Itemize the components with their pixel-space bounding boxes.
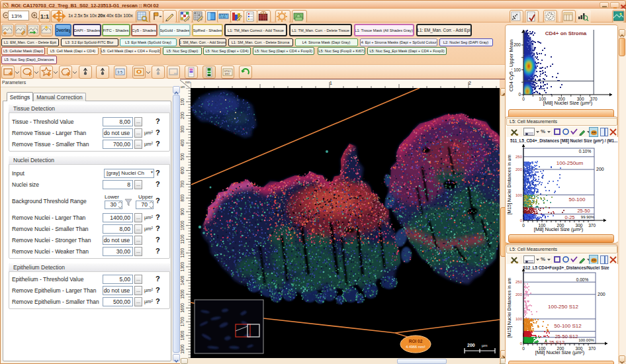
svg-text:100: 100 xyxy=(180,98,185,105)
svg-text:370: 370 xyxy=(588,346,596,351)
svg-text:900: 900 xyxy=(180,208,185,215)
svg-text:511_L5_CD4+_Distances [M8] Nuc: 511_L5_CD4+_Distances [M8] Nuclei Size (… xyxy=(510,138,618,144)
svg-text:1: 1 xyxy=(330,81,332,85)
svg-text:200: 200 xyxy=(598,292,605,296)
svg-text:0.10%: 0.10% xyxy=(579,149,592,154)
svg-text:µm: µm xyxy=(482,343,487,347)
svg-text:0: 0 xyxy=(520,341,523,345)
svg-text:1400: 1400 xyxy=(180,275,185,285)
svg-text:250: 250 xyxy=(515,155,523,159)
svg-text:500: 500 xyxy=(180,153,185,160)
svg-text:100-250 S12: 100-250 S12 xyxy=(548,304,578,310)
svg-text:25-50: 25-50 xyxy=(577,208,590,214)
svg-text:50-100: 50-100 xyxy=(569,197,586,203)
svg-text:800: 800 xyxy=(180,194,185,201)
svg-text:0: 0 xyxy=(522,223,525,228)
svg-text:370: 370 xyxy=(588,223,596,228)
svg-text:0: 0 xyxy=(518,92,521,97)
svg-text:700: 700 xyxy=(180,181,185,188)
svg-text:2: 2 xyxy=(469,81,471,85)
svg-text:1700: 1700 xyxy=(180,316,185,326)
svg-text:0: 0 xyxy=(522,97,525,101)
svg-text:0: 0 xyxy=(522,346,525,351)
svg-text:300: 300 xyxy=(180,125,185,132)
svg-text:250: 250 xyxy=(515,280,523,284)
svg-text:DPSO: DPSO xyxy=(224,70,231,73)
svg-text:[M8] Nuclei Size (µm²): [M8] Nuclei Size (µm²) xyxy=(535,349,585,355)
svg-text:200: 200 xyxy=(596,167,604,171)
svg-text:200: 200 xyxy=(515,167,523,171)
svg-text:1300: 1300 xyxy=(180,261,185,271)
svg-text:200: 200 xyxy=(180,112,185,119)
svg-text:WST: WST xyxy=(225,73,231,75)
svg-text:1200: 1200 xyxy=(180,248,185,258)
svg-text:100-250um: 100-250um xyxy=(557,160,584,166)
svg-text:1100: 1100 xyxy=(180,234,185,244)
svg-text:200: 200 xyxy=(467,343,475,347)
svg-text:25-50 S12: 25-50 S12 xyxy=(555,334,578,340)
svg-text:S12_L5 CD4+Foxp3+_Distances/Nu: S12_L5 CD4+Foxp3+_Distances/Nuclei Size xyxy=(523,265,609,271)
svg-text:0.00%: 0.00% xyxy=(576,277,589,282)
svg-text:mm: mm xyxy=(185,81,191,84)
svg-text:µm: µm xyxy=(181,85,185,88)
svg-text:100.00%: 100.00% xyxy=(578,338,594,342)
svg-text:1800: 1800 xyxy=(180,330,185,340)
svg-text:100: 100 xyxy=(515,193,523,197)
svg-text:0 10: 0 10 xyxy=(220,15,226,19)
svg-text:[M8] Nuclei Size (µm²): [M8] Nuclei Size (µm²) xyxy=(543,100,593,106)
svg-text:CD4+ on Stroma: CD4+ on Stroma xyxy=(545,30,587,36)
svg-text:CD4 Cy5 - Upper Mean: CD4 Cy5 - Upper Mean xyxy=(508,40,514,91)
svg-text:99.90%: 99.90% xyxy=(581,215,595,219)
svg-text:1000: 1000 xyxy=(180,220,185,230)
svg-text:200: 200 xyxy=(515,293,523,296)
svg-text:100: 100 xyxy=(515,317,523,321)
svg-text:0-25: 0-25 xyxy=(564,214,574,220)
svg-text:1500: 1500 xyxy=(180,289,185,299)
svg-text:400: 400 xyxy=(180,139,185,146)
svg-text:600: 600 xyxy=(180,167,185,174)
svg-text:100: 100 xyxy=(514,68,521,72)
svg-text:ROI 02: ROI 02 xyxy=(409,339,423,343)
svg-text:1900: 1900 xyxy=(180,344,185,354)
svg-text:1600: 1600 xyxy=(180,303,185,313)
svg-text:200: 200 xyxy=(514,42,521,47)
svg-text:[M8] Nuclei Size (µm²): [M8] Nuclei Size (µm²) xyxy=(534,226,584,232)
svg-text:0-25 S12: 0-25 S12 xyxy=(545,340,564,345)
svg-text:4.4966 mm²: 4.4966 mm² xyxy=(406,345,425,349)
svg-text:50-100 S12: 50-100 S12 xyxy=(554,323,582,329)
svg-text:0: 0 xyxy=(520,218,523,222)
svg-text:[M15] Nuclei Distances in um: [M15] Nuclei Distances in um xyxy=(507,155,512,215)
svg-text:3:5: 3:5 xyxy=(117,70,123,74)
svg-text:[M15] Nuclei Distances in um: [M15] Nuclei Distances in um xyxy=(507,278,512,338)
